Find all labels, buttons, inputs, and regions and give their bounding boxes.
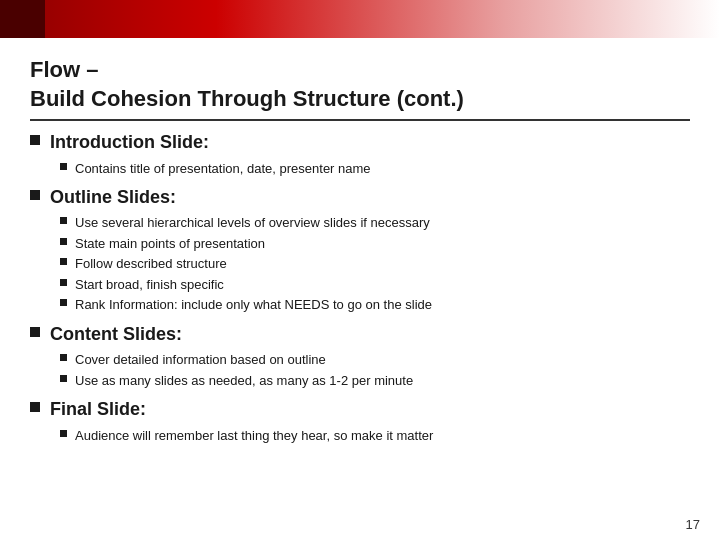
list-item: Audience will remember last thing they h… [60,426,690,446]
title-line2: Build Cohesion Through Structure (cont.) [30,85,690,114]
section-label-final: Final Slide: [50,398,146,421]
title-line1: Flow – [30,56,690,85]
top-decorative-bar [0,0,720,38]
sub-bullet-square [60,258,67,265]
sub-bullets-introduction: Contains title of presentation, date, pr… [30,159,690,179]
main-bullet-introduction: Introduction Slide: [30,131,690,154]
section-content: Content Slides:Cover detailed informatio… [30,323,690,390]
sub-bullet-square [60,299,67,306]
bullet-square-outline [30,190,40,200]
list-item: State main points of presentation [60,234,690,254]
list-item: Cover detailed information based on outl… [60,350,690,370]
section-outline: Outline Slides:Use several hierarchical … [30,186,690,315]
list-item: Follow described structure [60,254,690,274]
section-label-outline: Outline Slides: [50,186,176,209]
section-introduction: Introduction Slide:Contains title of pre… [30,131,690,178]
sub-bullet-square [60,375,67,382]
sub-bullet-square [60,279,67,286]
page-number: 17 [686,517,700,532]
bullet-square-content [30,327,40,337]
sub-bullet-text: Follow described structure [75,254,227,274]
sub-bullet-square [60,430,67,437]
sub-bullet-square [60,217,67,224]
list-item: Start broad, finish specific [60,275,690,295]
list-item: Rank Information: include only what NEED… [60,295,690,315]
sub-bullet-text: Cover detailed information based on outl… [75,350,326,370]
sections-container: Introduction Slide:Contains title of pre… [30,131,690,445]
sub-bullet-text: Use several hierarchical levels of overv… [75,213,430,233]
sub-bullet-text: Rank Information: include only what NEED… [75,295,432,315]
section-label-content: Content Slides: [50,323,182,346]
list-item: Use as many slides as needed, as many as… [60,371,690,391]
bullet-square-introduction [30,135,40,145]
sub-bullet-text: State main points of presentation [75,234,265,254]
sub-bullet-square [60,238,67,245]
sub-bullet-square [60,354,67,361]
bullet-square-final [30,402,40,412]
sub-bullets-final: Audience will remember last thing they h… [30,426,690,446]
list-item: Contains title of presentation, date, pr… [60,159,690,179]
sub-bullet-square [60,163,67,170]
section-final: Final Slide:Audience will remember last … [30,398,690,445]
main-bullet-content: Content Slides: [30,323,690,346]
main-bullet-final: Final Slide: [30,398,690,421]
sub-bullets-content: Cover detailed information based on outl… [30,350,690,390]
list-item: Use several hierarchical levels of overv… [60,213,690,233]
title-section: Flow – Build Cohesion Through Structure … [30,48,690,121]
top-bar-dark-square [0,0,45,38]
sub-bullet-text: Audience will remember last thing they h… [75,426,433,446]
sub-bullet-text: Contains title of presentation, date, pr… [75,159,371,179]
sub-bullets-outline: Use several hierarchical levels of overv… [30,213,690,315]
sub-bullet-text: Start broad, finish specific [75,275,224,295]
main-bullet-outline: Outline Slides: [30,186,690,209]
main-content: Flow – Build Cohesion Through Structure … [0,38,720,540]
sub-bullet-text: Use as many slides as needed, as many as… [75,371,413,391]
section-label-introduction: Introduction Slide: [50,131,209,154]
